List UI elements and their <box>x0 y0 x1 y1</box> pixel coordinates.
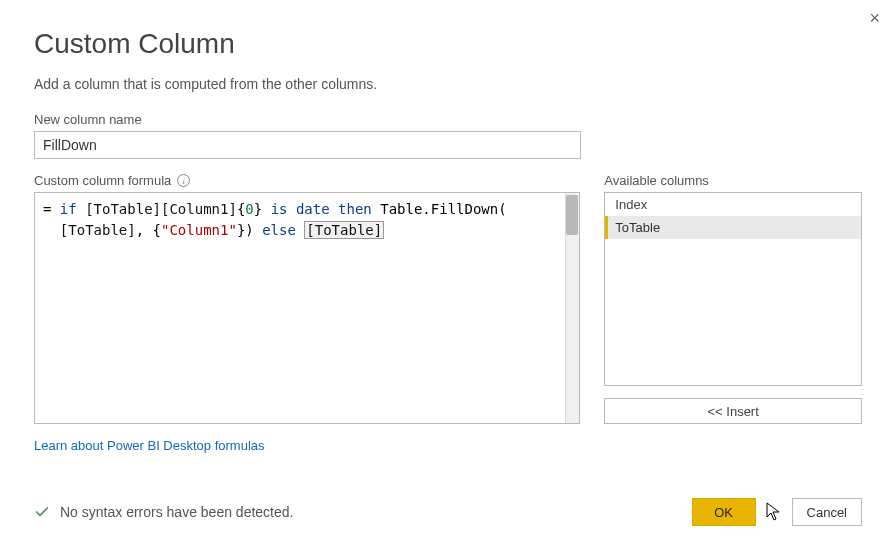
insert-button[interactable]: << Insert <box>604 398 862 424</box>
available-column-item[interactable]: ToTable <box>605 216 861 239</box>
cancel-button[interactable]: Cancel <box>792 498 862 526</box>
formula-label: Custom column formula <box>34 173 171 188</box>
available-columns-label: Available columns <box>604 173 862 188</box>
column-name-input[interactable] <box>34 131 581 159</box>
available-columns-list[interactable]: Index ToTable <box>604 192 862 386</box>
column-name-label: New column name <box>34 112 862 127</box>
status-text: No syntax errors have been detected. <box>60 504 293 520</box>
available-column-item[interactable]: Index <box>605 193 861 216</box>
check-icon <box>34 504 50 520</box>
learn-link[interactable]: Learn about Power BI Desktop formulas <box>34 438 265 453</box>
dialog-subtitle: Add a column that is computed from the o… <box>34 76 862 92</box>
formula-scrollbar-thumb[interactable] <box>566 195 578 235</box>
dialog-title: Custom Column <box>34 28 862 60</box>
formula-scrollbar[interactable] <box>565 193 579 423</box>
formula-text[interactable]: = if [ToTable][Column1]{0} is date then … <box>35 193 579 423</box>
info-icon[interactable]: i <box>177 174 190 187</box>
close-icon[interactable]: × <box>869 8 880 29</box>
cursor-icon <box>766 502 782 522</box>
ok-button[interactable]: OK <box>692 498 756 526</box>
formula-editor[interactable]: = if [ToTable][Column1]{0} is date then … <box>34 192 580 424</box>
